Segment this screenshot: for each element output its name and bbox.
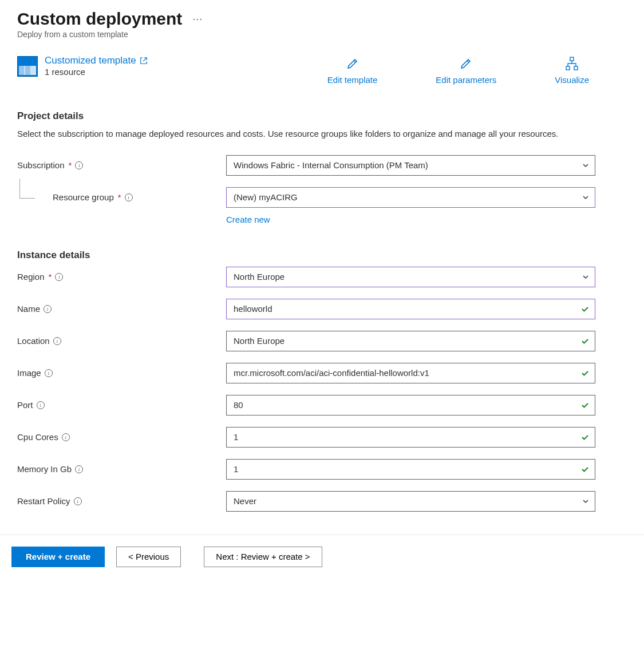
required-asterisk: * (49, 272, 52, 282)
name-label: Name (17, 304, 40, 314)
port-label: Port (17, 400, 33, 410)
location-input[interactable] (226, 331, 595, 351)
info-icon[interactable]: i (53, 337, 61, 345)
template-resource-count: 1 resource (45, 67, 148, 77)
previous-button[interactable]: < Previous (116, 547, 181, 567)
customized-template-label: Customized template (45, 55, 136, 66)
subscription-label: Subscription (17, 160, 65, 170)
pencil-icon (458, 56, 474, 72)
memory-input[interactable] (226, 459, 595, 480)
info-icon[interactable]: i (74, 497, 82, 505)
next-button[interactable]: Next : Review + create > (204, 547, 322, 567)
edit-parameters-label: Edit parameters (436, 75, 496, 85)
resource-group-select[interactable]: (New) myACIRG (226, 187, 595, 208)
review-create-button[interactable]: Review + create (11, 547, 105, 567)
required-asterisk: * (118, 192, 121, 202)
project-details-heading: Project details (17, 110, 627, 122)
subscription-select[interactable]: Windows Fabric - Internal Consumption (P… (226, 155, 595, 176)
svg-rect-2 (574, 66, 578, 70)
edit-parameters-button[interactable]: Edit parameters (432, 55, 500, 85)
image-label: Image (17, 368, 41, 378)
restart-policy-label: Restart Policy (17, 496, 70, 506)
create-new-link[interactable]: Create new (226, 215, 270, 224)
memory-label: Memory In Gb (17, 464, 72, 474)
cpu-cores-label: Cpu Cores (17, 432, 58, 442)
svg-rect-0 (570, 57, 574, 61)
open-external-icon (140, 57, 148, 65)
port-input[interactable] (226, 395, 595, 415)
project-details-description: Select the subscription to manage deploy… (17, 128, 578, 140)
info-icon[interactable]: i (44, 305, 52, 313)
hierarchy-icon (564, 56, 580, 72)
edit-template-button[interactable]: Edit template (324, 55, 381, 85)
svg-rect-1 (566, 66, 570, 70)
info-icon[interactable]: i (75, 465, 83, 473)
region-select[interactable]: North Europe (226, 267, 595, 287)
name-input[interactable] (226, 299, 595, 319)
page-subtitle: Deploy from a custom template (17, 30, 627, 39)
cpu-cores-input[interactable] (226, 427, 595, 448)
visualize-label: Visualize (555, 75, 589, 85)
instance-details-heading: Instance details (17, 250, 627, 261)
info-icon[interactable]: i (125, 193, 133, 201)
info-icon[interactable]: i (75, 161, 83, 169)
page-title: Custom deployment (17, 9, 182, 29)
info-icon[interactable]: i (45, 369, 53, 377)
more-icon[interactable]: ··· (192, 13, 203, 25)
info-icon[interactable]: i (55, 273, 63, 281)
info-icon[interactable]: i (62, 433, 70, 441)
info-icon[interactable]: i (37, 401, 45, 409)
visualize-button[interactable]: Visualize (551, 55, 592, 85)
edit-template-label: Edit template (327, 75, 378, 85)
pencil-icon (345, 56, 361, 72)
resource-group-label: Resource group (53, 192, 114, 202)
restart-policy-select[interactable]: Never (226, 491, 595, 512)
location-label: Location (17, 336, 50, 346)
required-asterisk: * (69, 160, 72, 170)
customized-template-link[interactable]: Customized template (45, 55, 148, 66)
template-icon (17, 56, 38, 77)
image-input[interactable] (226, 363, 595, 383)
region-label: Region (17, 272, 45, 282)
